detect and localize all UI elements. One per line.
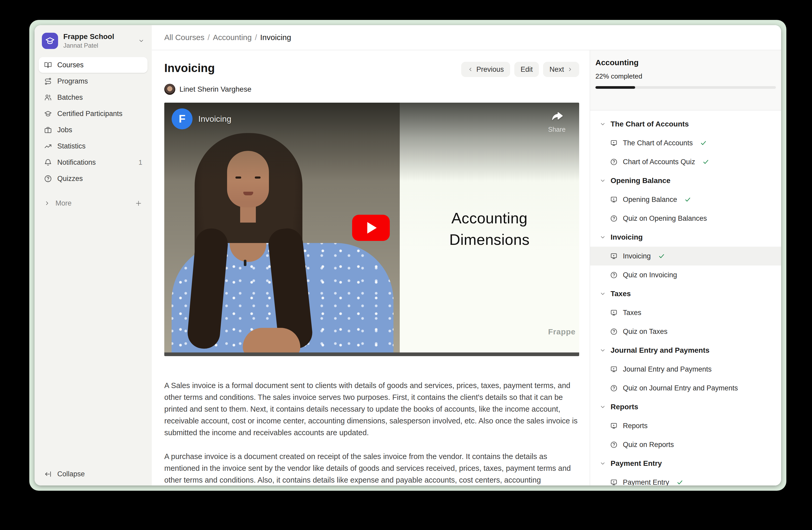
lesson-title-row: Invoicing Previous Edit Nex bbox=[164, 61, 579, 77]
more-label: More bbox=[56, 199, 72, 207]
video-lesson-icon bbox=[610, 309, 618, 317]
sidebar-nav: CoursesProgramsBatchesCertified Particip… bbox=[39, 57, 147, 187]
sidebar-item-batches[interactable]: Batches bbox=[39, 89, 147, 105]
quiz-icon bbox=[610, 385, 618, 392]
presenter-mic bbox=[244, 260, 246, 266]
next-button[interactable]: Next bbox=[543, 62, 579, 77]
edit-label: Edit bbox=[521, 66, 533, 73]
video-lesson-icon bbox=[610, 365, 618, 373]
sidebar-item-courses[interactable]: Courses bbox=[39, 57, 147, 73]
trending-up-icon bbox=[44, 142, 52, 150]
chapter-row[interactable]: Opening Balance bbox=[590, 171, 781, 190]
lesson-row[interactable]: Taxes bbox=[590, 303, 781, 322]
lesson-row[interactable]: The Chart of Accounts bbox=[590, 134, 781, 152]
presenter-face bbox=[255, 177, 261, 179]
share-label: Share bbox=[548, 126, 566, 133]
lesson-paragraph: A purchase invoice is a document created… bbox=[164, 451, 579, 486]
sidebar-item-more[interactable]: More bbox=[39, 195, 147, 211]
quiz-row[interactable]: Chart of Accounts Quiz bbox=[590, 152, 781, 171]
sidebar-item-quizzes[interactable]: Quizzes bbox=[39, 171, 147, 186]
lesson-title: Quiz on Reports bbox=[623, 441, 674, 449]
lesson-title: Journal Entry and Payments bbox=[623, 365, 712, 373]
sidebar-item-certified-participants[interactable]: Certified Participants bbox=[39, 106, 147, 122]
body-row: Invoicing Previous Edit Nex bbox=[152, 50, 781, 486]
chapter-row[interactable]: The Chart of Accounts bbox=[590, 115, 781, 134]
sidebar-item-label: Statistics bbox=[57, 142, 86, 150]
author-row: Linet Sherin Varghese bbox=[164, 84, 579, 95]
quiz-row[interactable]: Quiz on Taxes bbox=[590, 322, 781, 341]
plus-icon[interactable] bbox=[135, 199, 142, 207]
chapter-row[interactable]: Taxes bbox=[590, 284, 781, 303]
chapter-title: Opening Balance bbox=[611, 177, 670, 185]
breadcrumb-separator: / bbox=[255, 33, 257, 42]
desktop-background: Frappe School Jannat Patel CoursesProgra… bbox=[0, 0, 812, 530]
slide-title: Accounting Dimensions bbox=[400, 207, 579, 250]
sidebar-item-label: Batches bbox=[57, 94, 83, 102]
quiz-icon bbox=[610, 215, 618, 222]
quiz-row[interactable]: Quiz on Reports bbox=[590, 435, 781, 454]
sidebar-item-label: Programs bbox=[57, 77, 88, 85]
chapter-title: Payment Entry bbox=[611, 459, 662, 468]
video-player[interactable]: Accounting Dimensions F Invoicing bbox=[164, 103, 579, 356]
play-icon bbox=[367, 222, 377, 234]
check-icon bbox=[700, 140, 707, 147]
lesson-row[interactable]: Journal Entry and Payments bbox=[590, 360, 781, 379]
lesson-title: Quiz on Opening Balances bbox=[623, 214, 707, 223]
lesson-row[interactable]: Payment Entry bbox=[590, 473, 781, 486]
chapter-row[interactable]: Payment Entry bbox=[590, 454, 781, 473]
course-progress-header: Accounting 22% completed bbox=[590, 50, 781, 111]
presenter-figure bbox=[243, 328, 300, 356]
share-button[interactable]: Share bbox=[548, 110, 566, 133]
video-title-text[interactable]: Invoicing bbox=[198, 114, 231, 124]
quiz-row[interactable]: Quiz on Journal Entry and Payments bbox=[590, 379, 781, 398]
route-icon bbox=[44, 77, 52, 85]
chapter-row[interactable]: Invoicing bbox=[590, 228, 781, 247]
play-button[interactable] bbox=[352, 215, 390, 241]
quiz-icon bbox=[610, 328, 618, 335]
check-icon bbox=[684, 196, 691, 203]
sidebar-item-label: Courses bbox=[57, 61, 84, 69]
presenter-face bbox=[227, 151, 269, 207]
video-lesson-icon bbox=[610, 252, 618, 260]
lesson-title: Invoicing bbox=[623, 252, 651, 260]
lesson-title: The Chart of Accounts bbox=[623, 139, 693, 147]
breadcrumb-accounting[interactable]: Accounting bbox=[213, 33, 252, 42]
quiz-row[interactable]: Quiz on Opening Balances bbox=[590, 209, 781, 228]
sidebar-item-notifications[interactable]: Notifications1 bbox=[39, 154, 147, 170]
chapter-row[interactable]: Reports bbox=[590, 398, 781, 416]
breadcrumb-separator: / bbox=[207, 33, 209, 42]
bell-icon bbox=[44, 158, 52, 167]
sidebar-item-jobs[interactable]: Jobs bbox=[39, 122, 147, 138]
collapse-sidebar-button[interactable]: Collapse bbox=[39, 470, 147, 478]
school-name: Frappe School bbox=[63, 32, 114, 41]
sidebar-item-statistics[interactable]: Statistics bbox=[39, 138, 147, 154]
lesson-row[interactable]: Opening Balance bbox=[590, 190, 781, 209]
course-outline-panel: Accounting 22% completed The Chart of Ac… bbox=[590, 50, 781, 486]
breadcrumb-all-courses[interactable]: All Courses bbox=[164, 33, 204, 42]
notification-count-badge: 1 bbox=[139, 158, 142, 167]
video-lesson-icon bbox=[610, 422, 618, 430]
check-icon bbox=[702, 158, 709, 165]
lesson-title: Payment Entry bbox=[623, 478, 669, 486]
edit-button[interactable]: Edit bbox=[514, 62, 539, 77]
video-lesson-icon bbox=[610, 479, 618, 486]
lesson-title: Reports bbox=[623, 422, 648, 430]
lesson-row[interactable]: Invoicing bbox=[590, 247, 781, 266]
quiz-row[interactable]: Quiz on Invoicing bbox=[590, 266, 781, 284]
progress-label: 22% completed bbox=[595, 72, 776, 80]
sidebar-item-programs[interactable]: Programs bbox=[39, 73, 147, 89]
workspace-switcher[interactable]: Frappe School Jannat Patel bbox=[39, 30, 147, 57]
previous-button[interactable]: Previous bbox=[461, 62, 510, 77]
lesson-paragraph: A Sales invoice is a formal document sen… bbox=[164, 380, 579, 438]
graduation-cap-icon bbox=[44, 110, 52, 118]
app-window: Frappe School Jannat Patel CoursesProgra… bbox=[29, 20, 786, 491]
main-area: All Courses / Accounting / Invoicing Inv… bbox=[152, 25, 781, 486]
chevron-down-icon bbox=[138, 38, 144, 44]
briefcase-icon bbox=[44, 126, 52, 134]
page-title: Invoicing bbox=[164, 61, 215, 75]
presenter-face bbox=[235, 177, 241, 179]
chapter-row[interactable]: Journal Entry and Payments bbox=[590, 341, 781, 360]
lesson-row[interactable]: Reports bbox=[590, 416, 781, 435]
video-lesson-icon bbox=[610, 139, 618, 147]
frappe-school-logo bbox=[42, 33, 58, 49]
